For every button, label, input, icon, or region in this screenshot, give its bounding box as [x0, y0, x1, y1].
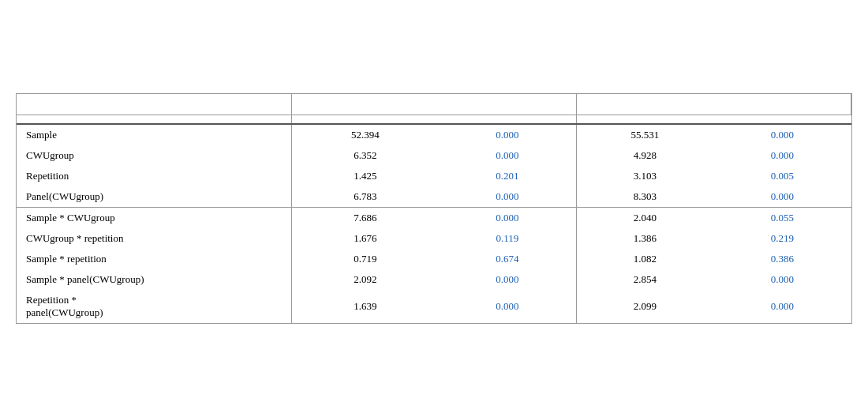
effect-cell: CWUgroup: [17, 145, 291, 166]
pvalue-subheader-1: [439, 115, 576, 125]
pvalue-subheader-2: [713, 115, 851, 125]
table-body: Sample 52.394 0.000 55.531 0.000 CWUgrou…: [17, 124, 851, 323]
stats-table-wrapper: Sample 52.394 0.000 55.531 0.000 CWUgrou…: [16, 93, 852, 324]
first-season-header: [291, 94, 576, 115]
pvalue-cell-1: 0.000: [439, 269, 576, 290]
pvalue-cell-1: 0.119: [439, 228, 576, 249]
table-row: Sample * repetition 0.719 0.674 1.082 0.…: [17, 249, 851, 269]
effect-cell: Repetition: [17, 166, 291, 186]
fvalue-cell-1: 0.719: [291, 249, 439, 269]
stats-table: Sample 52.394 0.000 55.531 0.000 CWUgrou…: [17, 94, 851, 323]
table-row: Sample 52.394 0.000 55.531 0.000: [17, 124, 851, 145]
fvalue-subheader-2: [576, 115, 713, 125]
fvalue-cell-1: 7.686: [291, 208, 439, 229]
effect-subheader: [17, 115, 291, 125]
pvalue-cell-1: 0.000: [439, 208, 576, 229]
group-header-row: [17, 94, 851, 115]
table-row: Panel(CWUgroup) 6.783 0.000 8.303 0.000: [17, 186, 851, 208]
table-row: CWUgroup * repetition 1.676 0.119 1.386 …: [17, 228, 851, 249]
fvalue-cell-1: 1.639: [291, 290, 439, 323]
fvalue-cell-1: 6.783: [291, 186, 439, 208]
effect-group-header: [17, 94, 291, 115]
pvalue-cell-2: 0.000: [713, 290, 851, 323]
pvalue-cell-2: 0.055: [713, 208, 851, 229]
fvalue-cell-2: 1.082: [576, 249, 713, 269]
pvalue-cell-2: 0.005: [713, 166, 851, 186]
effect-cell: Sample * repetition: [17, 249, 291, 269]
fvalue-cell-2: 2.099: [576, 290, 713, 323]
effect-cell: CWUgroup * repetition: [17, 228, 291, 249]
fvalue-cell-1: 2.092: [291, 269, 439, 290]
pvalue-cell-1: 0.000: [439, 290, 576, 323]
fvalue-cell-1: 1.425: [291, 166, 439, 186]
pvalue-cell-2: 0.000: [713, 124, 851, 145]
pvalue-cell-2: 0.000: [713, 145, 851, 166]
effect-cell: Panel(CWUgroup): [17, 186, 291, 208]
third-season-header: [576, 94, 851, 115]
table-row: Sample * CWUgroup 7.686 0.000 2.040 0.05…: [17, 208, 851, 229]
fvalue-cell-2: 55.531: [576, 124, 713, 145]
fvalue-cell-2: 3.103: [576, 166, 713, 186]
fvalue-cell-1: 52.394: [291, 124, 439, 145]
table-row: Repetition * panel(CWUgroup) 1.639 0.000…: [17, 290, 851, 323]
effect-cell: Repetition * panel(CWUgroup): [17, 290, 291, 323]
pvalue-cell-1: 0.000: [439, 124, 576, 145]
pvalue-cell-1: 0.674: [439, 249, 576, 269]
fvalue-cell-2: 2.040: [576, 208, 713, 229]
effect-cell: Sample * CWUgroup: [17, 208, 291, 229]
fvalue-cell-2: 4.928: [576, 145, 713, 166]
pvalue-cell-1: 0.000: [439, 186, 576, 208]
table-row: Sample * panel(CWUgroup) 2.092 0.000 2.8…: [17, 269, 851, 290]
fvalue-cell-1: 1.676: [291, 228, 439, 249]
table-row: CWUgroup 6.352 0.000 4.928 0.000: [17, 145, 851, 166]
pvalue-cell-2: 0.386: [713, 249, 851, 269]
pvalue-cell-2: 0.000: [713, 186, 851, 208]
pvalue-cell-2: 0.219: [713, 228, 851, 249]
subheader-row: [17, 115, 851, 125]
effect-cell: Sample * panel(CWUgroup): [17, 269, 291, 290]
effect-cell: Sample: [17, 124, 291, 145]
pvalue-cell-1: 0.000: [439, 145, 576, 166]
table-row: Repetition 1.425 0.201 3.103 0.005: [17, 166, 851, 186]
pvalue-cell-2: 0.000: [713, 269, 851, 290]
fvalue-cell-2: 8.303: [576, 186, 713, 208]
fvalue-cell-2: 2.854: [576, 269, 713, 290]
fvalue-cell-2: 1.386: [576, 228, 713, 249]
fvalue-cell-1: 6.352: [291, 145, 439, 166]
pvalue-cell-1: 0.201: [439, 166, 576, 186]
fvalue-subheader-1: [291, 115, 439, 125]
